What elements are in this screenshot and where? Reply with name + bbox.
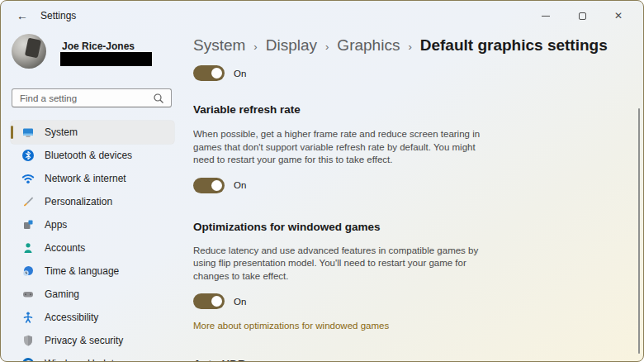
bluetooth-icon: [21, 149, 35, 162]
toggle-knob: [211, 296, 222, 307]
sidebar-item-windows-update[interactable]: Windows Update: [11, 352, 174, 362]
breadcrumb-separator: ›: [253, 40, 257, 53]
sidebar-item-apps[interactable]: Apps: [11, 213, 174, 236]
breadcrumb-item-graphics[interactable]: Graphics: [337, 36, 400, 55]
redacted-email: [60, 52, 152, 66]
breadcrumb-item-display[interactable]: Display: [266, 36, 317, 55]
sidebar-item-system[interactable]: System: [11, 121, 174, 144]
close-icon: ✕: [614, 11, 623, 21]
toggle-knob: [211, 68, 222, 79]
section-title: Optimizations for windowed games: [193, 221, 638, 233]
sidebar-item-label: Personalization: [45, 196, 112, 207]
vrr-toggle-row: On: [193, 178, 638, 193]
sidebar-item-label: Time & language: [45, 265, 119, 277]
profile-block: Joe Rice-Jones: [11, 34, 187, 80]
toggle-state-label: On: [234, 180, 246, 190]
vertical-scrollbar-thumb[interactable]: [638, 108, 640, 354]
sidebar-item-privacy-security[interactable]: Privacy & security: [11, 329, 174, 352]
profile-name: Joe Rice-Jones: [62, 40, 135, 52]
section-optimizations-windowed-games: Optimizations for windowed games Reduce …: [193, 221, 638, 333]
search-input[interactable]: [20, 89, 152, 107]
accessibility-icon: [21, 311, 35, 324]
sidebar-item-label: Privacy & security: [45, 335, 123, 346]
sidebar-item-personalization[interactable]: Personalization: [11, 190, 174, 213]
top-toggle[interactable]: [193, 65, 225, 81]
minimize-button[interactable]: [528, 1, 564, 31]
breadcrumb-separator: ›: [408, 40, 411, 53]
toggle-state-label: On: [234, 297, 246, 307]
sidebar-item-label: Apps: [45, 219, 67, 231]
breadcrumb: System›Display›Graphics›Default graphics…: [193, 36, 638, 55]
sidebar-item-time-language[interactable]: Time & language: [11, 260, 174, 283]
section-variable-refresh-rate: Variable refresh rate When possible, get…: [193, 103, 638, 193]
back-arrow-icon: ←: [17, 9, 28, 22]
minimize-icon: [542, 16, 550, 17]
hardware-accelerated-toggle-row: On: [193, 65, 638, 81]
selected-accent-bar: [11, 126, 13, 139]
sidebar-nav: SystemBluetooth & devicesNetwork & inter…: [11, 121, 187, 362]
toggle-knob: [211, 180, 222, 191]
owg-toggle[interactable]: [193, 293, 225, 309]
privacy-icon: [21, 334, 35, 347]
system-icon: [21, 126, 35, 139]
maximize-button[interactable]: [564, 1, 600, 31]
close-button[interactable]: ✕: [600, 1, 637, 31]
window-title: Settings: [40, 10, 76, 21]
owg-toggle-row: On: [193, 293, 638, 309]
settings-window: ← Settings ✕ Joe Rice-Jones SystemBlueto…: [0, 0, 644, 362]
personalization-icon: [21, 195, 35, 208]
sidebar-item-accounts[interactable]: Accounts: [11, 236, 174, 260]
sidebar-item-label: Accounts: [45, 242, 85, 254]
breadcrumb-separator: ›: [325, 40, 329, 53]
network-icon: [21, 172, 35, 185]
sidebar-item-gaming[interactable]: Gaming: [11, 283, 174, 306]
maximize-icon: [579, 12, 586, 20]
breadcrumb-item-system[interactable]: System: [193, 36, 245, 55]
windows-update-icon: [21, 357, 35, 362]
section-description: When possible, get a higher frame rate a…: [193, 128, 490, 167]
section-description: Reduce latency and use advanced features…: [193, 245, 490, 283]
time-language-icon: [21, 264, 35, 278]
apps-icon: [21, 218, 35, 231]
sidebar-item-label: Accessibility: [45, 312, 98, 323]
sidebar-item-label: System: [45, 126, 78, 138]
breadcrumb-item-default-graphics-settings: Default graphics settings: [420, 36, 608, 55]
vrr-toggle[interactable]: [193, 178, 225, 193]
toggle-state-label: On: [234, 69, 246, 79]
sidebar-item-label: Network & internet: [45, 173, 126, 184]
more-about-owg-link[interactable]: More about optimizations for windowed ga…: [193, 321, 389, 331]
sidebar-item-network-internet[interactable]: Network & internet: [11, 167, 174, 190]
back-button[interactable]: ←: [14, 8, 31, 23]
gaming-icon: [21, 288, 35, 301]
sidebar-item-label: Bluetooth & devices: [45, 150, 132, 161]
sidebar-item-bluetooth-devices[interactable]: Bluetooth & devices: [11, 144, 174, 167]
avatar[interactable]: [12, 34, 46, 69]
search-box: [12, 88, 172, 107]
main-content: System›Display›Graphics›Default graphics…: [193, 31, 638, 361]
section-title: Variable refresh rate: [193, 103, 638, 116]
accounts-icon: [21, 241, 35, 255]
sidebar-item-accessibility[interactable]: Accessibility: [11, 306, 174, 329]
section-title: Auto HDR: [193, 358, 638, 361]
sidebar-item-label: Windows Update: [45, 358, 120, 362]
search-icon: [153, 93, 164, 107]
section-auto-hdr: Auto HDR Get a brighter and more detaile…: [193, 358, 638, 361]
titlebar: ← Settings ✕: [1, 1, 643, 31]
sidebar-item-label: Gaming: [45, 288, 79, 300]
sidebar: Joe Rice-Jones SystemBluetooth & devices…: [1, 31, 187, 361]
